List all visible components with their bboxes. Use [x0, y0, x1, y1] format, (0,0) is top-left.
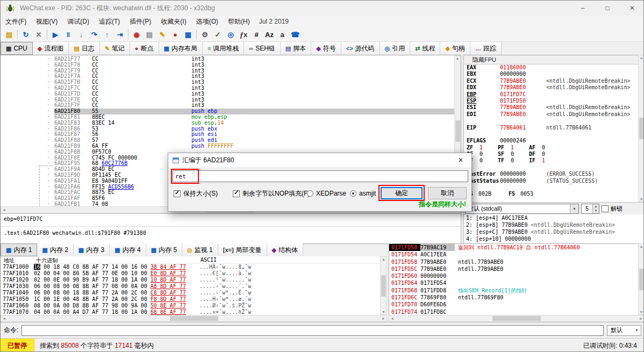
register-row[interactable]: ZF1PF1AF0: [464, 145, 638, 151]
breakpoint-dot[interactable]: ·: [1, 190, 54, 196]
scroll-down-icon[interactable]: ▼: [639, 310, 644, 314]
argument-count-stepper[interactable]: 5 ▲ ▼: [581, 204, 599, 214]
scroll-thumb[interactable]: [170, 316, 218, 321]
keep-size-option[interactable]: ✓ 保持大小(S): [174, 186, 218, 200]
memory-row[interactable]: 77AF106008 00 0A 00 D8 8B AF 77 98 00 9A…: [1, 303, 380, 309]
check-icon[interactable]: ✓: [211, 28, 224, 40]
tab-watch-1[interactable]: ◎监视 1: [182, 243, 218, 256]
ok-button[interactable]: 确定: [381, 187, 423, 199]
chevron-down-icon[interactable]: ▼: [570, 204, 578, 213]
register-row[interactable]: EIP77B64061 ntdll.77B64061: [464, 125, 638, 131]
tab-log[interactable]: ▤日志: [69, 42, 99, 55]
find-strings-icon[interactable]: a: [276, 28, 289, 40]
maximize-button[interactable]: □: [595, 1, 620, 16]
memory-row[interactable]: 77AF101002 00 04 00 80 5B AF 77 0E 00 10…: [1, 270, 380, 277]
tab-dump-2[interactable]: ▦内存 2: [37, 243, 73, 256]
breakpoint-dot[interactable]: ·: [1, 132, 54, 138]
run-to-user-code-icon[interactable]: ⇥: [113, 28, 126, 40]
unlock-checkbox[interactable]: [602, 205, 609, 212]
tab-dump-3[interactable]: ▦内存 3: [74, 243, 110, 256]
register-row[interactable]: [464, 164, 638, 171]
scroll-down-icon[interactable]: ▼: [381, 310, 387, 314]
breakpoint-dot[interactable]: ·: [1, 97, 54, 103]
stack-vertical-scrollbar[interactable]: ▲ ▼: [638, 243, 644, 315]
argument-row[interactable]: 3: [esp+C] 77B9ABE0 <ntdll.DbgUiRemoteBr…: [464, 228, 644, 235]
fill-nop-option[interactable]: ✓ 剩余字节以NOP填充(F): [233, 186, 310, 200]
register-row[interactable]: OF0SF0DF0: [464, 151, 638, 157]
trace-icon[interactable]: ◉: [130, 28, 143, 40]
tab-references[interactable]: ◎引用: [380, 42, 411, 55]
menu-item[interactable]: 选项(O): [191, 16, 223, 27]
register-row[interactable]: EFLAGS00000246: [464, 138, 638, 144]
stack-row[interactable]: 0171FD6000000000: [389, 272, 638, 279]
register-row[interactable]: CF0TF0IF1: [464, 157, 638, 164]
breakpoint-dot[interactable]: ·: [1, 138, 54, 143]
scroll-up-icon[interactable]: ▲: [639, 55, 644, 60]
register-row[interactable]: EDI77B9ABE0 <ntdll.DbgUiRemoteBreakin>: [464, 111, 638, 118]
menu-item[interactable]: 视图(V): [31, 16, 62, 27]
scroll-down-icon[interactable]: ▼: [639, 197, 644, 202]
menu-item[interactable]: 文件(F): [1, 16, 31, 27]
memory-map-icon[interactable]: ▦: [182, 28, 195, 40]
breakpoint-dot[interactable]: ·: [1, 103, 54, 109]
notes-icon[interactable]: ✎: [156, 28, 169, 40]
breakpoint-dot[interactable]: ·: [1, 91, 54, 97]
register-row[interactable]: EBP0171FD7C: [464, 91, 638, 98]
register-row[interactable]: ESP0171FD50: [464, 98, 638, 104]
breakpoint-dot[interactable]: ·: [1, 178, 54, 184]
breakpoints-icon[interactable]: ●: [169, 28, 182, 40]
stack-row[interactable]: 0171FD5C77B9ABE0 ntdll.77B9ABE0: [389, 265, 638, 272]
menu-item[interactable]: 调试(D): [62, 16, 94, 27]
breakpoint-dot[interactable]: ·: [1, 155, 54, 161]
font-case-icon[interactable]: Az: [263, 28, 276, 40]
restart-icon[interactable]: ↻: [19, 28, 32, 40]
pause-icon[interactable]: ‖: [62, 28, 75, 40]
close-button[interactable]: ✕: [620, 1, 644, 16]
stack-row[interactable]: 0171FD5877B9ABE0 ntdll.77B9ABE0: [389, 258, 638, 265]
stepper-down-icon[interactable]: ▼: [593, 209, 599, 213]
disasm-address-link[interactable]: ACD556B6: [108, 184, 134, 190]
tab-handles[interactable]: ◆句柄: [440, 42, 470, 55]
register-row[interactable]: [464, 118, 638, 124]
calling-convention-select[interactable]: 默认 (stdcall) ▼: [465, 204, 579, 214]
scroll-left-icon[interactable]: ◄: [389, 316, 395, 321]
breakpoint-dot[interactable]: ·: [1, 167, 54, 173]
scroll-left-icon[interactable]: ◄: [1, 207, 7, 212]
memory-row[interactable]: 77AF100016 00 18 48 C0 8B AF 77 14 00 16…: [1, 264, 380, 270]
stack-row[interactable]: 0171FD70D60FE6D6: [389, 301, 638, 308]
register-row[interactable]: [464, 184, 638, 191]
disasm-row[interactable]: ·6AD21F78CCint3: [1, 62, 454, 68]
memory-dump-panel[interactable]: 地址 十六进制 ASCII 77AF100016 00 18 48 C0 8B …: [1, 256, 380, 315]
argument-row[interactable]: 1: [esp+4] A0C17EEA: [464, 214, 644, 221]
scroll-right-icon[interactable]: ►: [638, 316, 644, 321]
tab-dump-1[interactable]: ▦内存 1: [1, 243, 37, 256]
registers-panel[interactable]: 隐藏FPU EAX01186000EBX00000000ECX77B9ABE0 …: [464, 55, 638, 202]
scroll-up-icon[interactable]: ▲: [381, 257, 387, 262]
breakpoint-dot[interactable]: ·: [1, 120, 54, 126]
scroll-thumb[interactable]: [492, 316, 541, 321]
argument-row[interactable]: 4: [esp+10] 00000000: [464, 235, 644, 242]
dialog-close-icon[interactable]: ✕: [450, 153, 471, 167]
menu-item[interactable]: 帮助(H): [223, 16, 255, 27]
disasm-row[interactable]: ·6AD21F7DCCint3: [1, 91, 454, 97]
register-row[interactable]: LastError00000000 (ERROR_SUCCESS): [464, 171, 638, 177]
xedparse-option[interactable]: XEDParse: [307, 186, 346, 200]
open-file-icon[interactable]: ▤: [3, 28, 16, 40]
breakpoint-dot[interactable]: ·: [1, 68, 54, 74]
scroll-thumb[interactable]: [455, 120, 460, 142]
breakpoint-dot[interactable]: ·: [1, 109, 54, 114]
settings-icon[interactable]: ⚙: [198, 28, 211, 40]
tab-trace[interactable]: …跟踪: [470, 42, 502, 55]
breakpoint-dot[interactable]: ·: [1, 62, 54, 68]
asmjit-option[interactable]: asmjit: [350, 186, 376, 200]
registers-vertical-scrollbar[interactable]: ▲ ▼: [638, 55, 644, 202]
stack-row[interactable]: 0171FD680171FDD8 指向SEH_Record[1]的指针: [389, 287, 638, 294]
tab-dump-5[interactable]: ▦内存 5: [146, 243, 182, 256]
breakpoint-dot[interactable]: ·: [1, 56, 54, 62]
stepper-up-icon[interactable]: ▲: [593, 204, 599, 209]
tab-graph[interactable]: ◈流程图: [33, 42, 69, 55]
execute-till-return-icon[interactable]: ↑: [101, 28, 113, 40]
tab-breakpoints[interactable]: ●断点: [130, 42, 159, 55]
breakpoint-dot[interactable]: ·: [1, 80, 54, 85]
tab-call-stack[interactable]: ≡调用堆栈: [203, 42, 244, 55]
